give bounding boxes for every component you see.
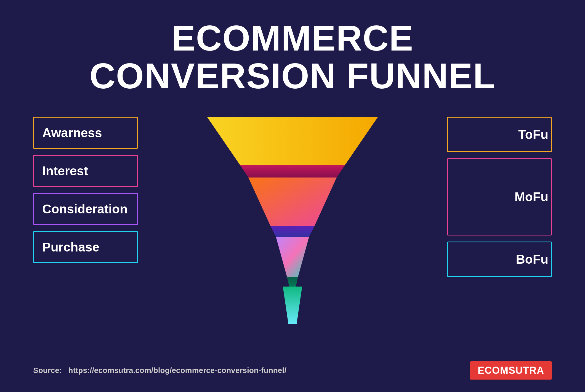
awareness-text: Awarness xyxy=(42,126,102,140)
brand-name: ECOMSUTRA xyxy=(478,365,544,376)
title-line1: ECOMMERCE xyxy=(171,18,413,58)
label-mofu: MoFu xyxy=(447,158,552,235)
funnel-fold-consideration xyxy=(287,277,298,287)
funnel-layer-interest xyxy=(248,178,337,226)
funnel-layer-consideration xyxy=(276,237,309,277)
bofu-text: BoFu xyxy=(516,252,551,267)
label-interest: Interest xyxy=(33,155,138,187)
consideration-text: Consideration xyxy=(42,202,127,216)
mofu-text: MoFu xyxy=(514,189,551,204)
label-bofu: BoFu xyxy=(447,242,552,277)
label-purchase: Purchase xyxy=(33,231,138,263)
source-url: https://ecomsutra.com/blog/ecommerce-con… xyxy=(68,366,286,375)
page-container: ECOMMERCE CONVERSION FUNNEL Awarness Int… xyxy=(0,0,585,392)
main-title: ECOMMERCE CONVERSION FUNNEL xyxy=(89,19,495,95)
label-tofu: ToFu xyxy=(447,117,552,152)
source-attribution: Source: https://ecomsutra.com/blog/ecomm… xyxy=(33,366,286,375)
funnel-fold-awareness xyxy=(240,165,345,178)
right-labels: ToFu MoFu BoFu xyxy=(447,111,552,277)
source-label: Source: xyxy=(33,366,62,375)
funnel-container xyxy=(138,111,447,329)
interest-text: Interest xyxy=(42,164,88,178)
tofu-text: ToFu xyxy=(518,127,551,142)
funnel-layer-awareness xyxy=(207,117,378,165)
title-section: ECOMMERCE CONVERSION FUNNEL xyxy=(89,19,495,95)
content-area: Awarness Interest Consideration Purchase xyxy=(0,111,585,392)
purchase-text: Purchase xyxy=(42,240,99,254)
label-consideration: Consideration xyxy=(33,193,138,225)
funnel-fold-interest xyxy=(270,226,315,237)
left-labels: Awarness Interest Consideration Purchase xyxy=(33,111,138,266)
brand-badge: ECOMSUTRA xyxy=(470,361,552,380)
funnel-layer-purchase xyxy=(283,287,302,324)
funnel-svg xyxy=(199,114,386,329)
label-awareness: Awarness xyxy=(33,117,138,149)
footer: Source: https://ecomsutra.com/blog/ecomm… xyxy=(0,361,585,380)
title-line2: CONVERSION FUNNEL xyxy=(89,56,495,96)
